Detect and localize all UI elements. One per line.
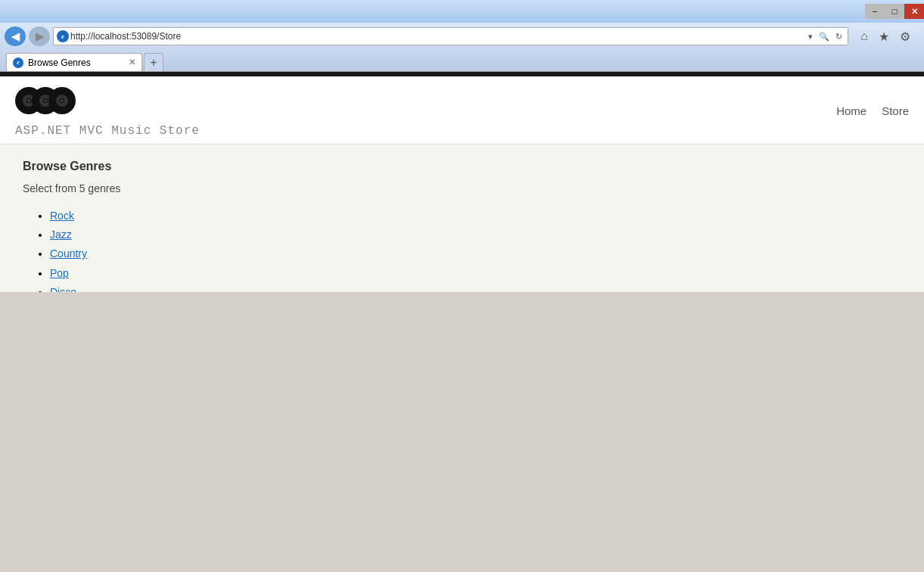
genre-link[interactable]: Disco [50,286,76,292]
title-bar-controls: − □ ✕ [865,0,924,23]
site-nav: Home Store [836,104,909,117]
tab-title: Browse Genres [28,58,124,68]
tab-ie-icon: e [13,58,23,68]
genre-link[interactable]: Pop [50,267,69,279]
logo-area: ASP.NET MVC Music Store [15,84,200,138]
main-content: Browse Genres Select from 5 genres RockJ… [0,145,924,292]
list-item: Jazz [50,225,901,244]
list-item: Rock [50,207,901,225]
new-tab-button[interactable]: + [144,53,163,71]
window-frame: − □ ✕ ◀ ▶ e ▾ 🔍 ↻ ⌂ ★ ⚙ [0,0,924,572]
title-bar: − □ ✕ [0,0,924,23]
nav-home-link[interactable]: Home [836,104,866,117]
settings-toolbar-button[interactable]: ⚙ [897,28,913,45]
back-button[interactable]: ◀ [5,26,26,46]
list-item: Country [50,244,901,263]
site-header: ASP.NET MVC Music Store Home Store [0,76,924,145]
ie-icon: e [57,30,69,42]
toolbar-right: ⌂ ★ ⚙ [851,26,919,47]
svg-point-3 [28,100,30,102]
genre-count: Select from 5 genres [23,182,901,194]
close-button[interactable]: ✕ [904,4,924,19]
logo-icon [15,84,200,123]
tab-bar: e Browse Genres ✕ + [0,50,924,71]
active-tab[interactable]: e Browse Genres ✕ [6,53,142,71]
genre-link[interactable]: Country [50,247,87,260]
minimize-button[interactable]: − [865,4,885,19]
nav-bar: ◀ ▶ e ▾ 🔍 ↻ ⌂ ★ ⚙ [0,23,924,50]
genre-link[interactable]: Jazz [50,228,72,241]
svg-point-7 [45,100,47,102]
favorites-toolbar-button[interactable]: ★ [876,28,892,45]
search-dropdown-button[interactable]: ▾ [806,31,815,42]
address-actions: ▾ 🔍 ↻ [806,31,845,42]
genre-link[interactable]: Rock [50,210,74,222]
footer-area [0,292,924,572]
site-title: ASP.NET MVC Music Store [15,124,200,138]
tab-close-button[interactable]: ✕ [129,58,135,67]
forward-button[interactable]: ▶ [29,26,50,46]
website-content: ASP.NET MVC Music Store Home Store Brows… [0,76,924,292]
address-bar-container: e ▾ 🔍 ↻ [53,27,848,45]
address-input[interactable] [70,31,804,42]
nav-store-link[interactable]: Store [882,104,909,117]
list-item: Pop [50,264,901,283]
svg-point-11 [61,100,64,102]
genre-list: RockJazzCountryPopDisco [23,207,901,292]
page-title: Browse Genres [23,160,901,173]
home-toolbar-button[interactable]: ⌂ [857,28,871,45]
restore-button[interactable]: □ [885,4,904,19]
list-item: Disco [50,283,901,292]
browser-chrome: ◀ ▶ e ▾ 🔍 ↻ ⌂ ★ ⚙ e Browse Genres [0,23,924,72]
refresh-button[interactable]: ↻ [833,31,845,42]
logo-svg [15,84,76,117]
search-button[interactable]: 🔍 [817,31,832,42]
